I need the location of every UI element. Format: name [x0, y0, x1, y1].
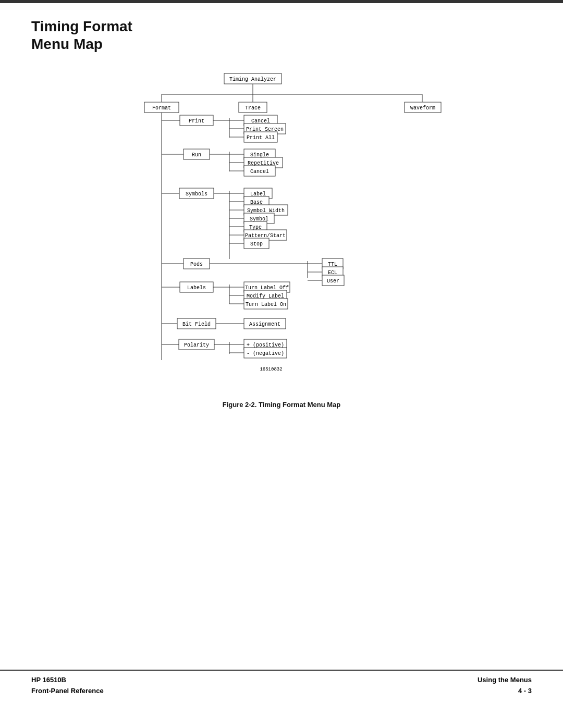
base-label: Base: [250, 200, 263, 205]
figure-caption: Figure 2-2. Timing Format Menu Map: [0, 401, 563, 409]
turn-label-off-label: Turn Label Off: [245, 285, 289, 291]
page-footer: HP 16510B Front-Panel Reference Using th…: [0, 670, 563, 697]
cancel-print-label: Cancel: [251, 118, 270, 124]
ecl-label: ECL: [328, 270, 337, 276]
stop-label: Stop: [250, 241, 263, 247]
print-label: Print: [189, 118, 204, 124]
cancel-run-label: Cancel: [250, 169, 269, 175]
single-label: Single: [250, 152, 269, 158]
pods-label: Pods: [190, 262, 203, 267]
type-label: Type: [249, 225, 262, 230]
footer-right: Using the Menus 4 - 3: [478, 675, 532, 697]
menu-map-diagram: Timing Analyzer Format Trace Waveform Pr…: [68, 68, 495, 391]
footer-left: HP 16510B Front-Panel Reference: [31, 675, 104, 697]
negative-label: - (negative): [247, 351, 284, 356]
turn-label-on-label: Turn Label On: [246, 302, 286, 307]
modify-label-label: Modify Label: [247, 293, 284, 299]
trace-label: Trace: [245, 105, 261, 111]
bit-field-label: Bit Field: [182, 322, 211, 327]
format-label: Format: [152, 105, 171, 111]
repetitive-label: Repetitive: [248, 161, 279, 166]
diagram-area: Timing Analyzer Format Trace Waveform Pr…: [0, 58, 563, 397]
page-title: Timing Format Menu Map: [0, 3, 563, 58]
assignment-label: Assignment: [249, 322, 280, 327]
timing-analyzer-label: Timing Analyzer: [229, 77, 276, 82]
label-label: Label: [250, 191, 266, 197]
labels-label: Labels: [187, 285, 206, 291]
run-label: Run: [192, 152, 201, 158]
symbols-label: Symbols: [186, 191, 207, 197]
print-screen-label: Print Screen: [246, 127, 284, 132]
symbol-width-label: Symbol Width: [247, 208, 285, 214]
waveform-label: Waveform: [410, 105, 435, 111]
symbol-label: Symbol: [250, 216, 268, 222]
print-all-label: Print All: [247, 135, 275, 141]
positive-label: + (positive): [247, 342, 284, 348]
user-label: User: [327, 278, 339, 284]
ttl-label: TTL: [328, 262, 337, 267]
polarity-label: Polarity: [184, 342, 209, 348]
pattern-start-label: Pattern/Start: [245, 233, 286, 239]
figure-id: 16510832: [260, 367, 282, 372]
